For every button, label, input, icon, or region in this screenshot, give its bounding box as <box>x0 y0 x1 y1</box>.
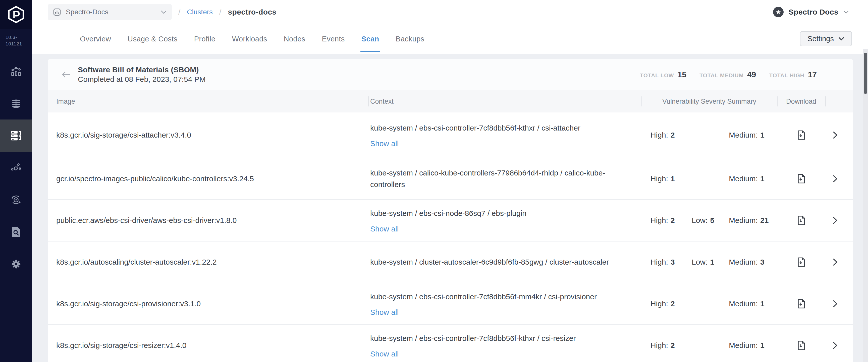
tab-workloads[interactable]: Workloads <box>232 24 267 54</box>
column-header-severity: Vulnerability Severity Summary <box>642 90 777 112</box>
severity-high-label: High: <box>651 341 668 350</box>
expand-row-button[interactable] <box>833 342 837 349</box>
download-button[interactable] <box>797 299 805 309</box>
severity-cell: High:3Low:1Medium:3 <box>642 241 777 283</box>
scrollbar-track[interactable] <box>863 49 868 362</box>
profiles-layers-icon <box>10 97 22 109</box>
workspaces-network-icon <box>10 162 22 173</box>
project-chart-icon <box>53 8 61 16</box>
palette-logo[interactable] <box>0 0 32 29</box>
sbom-title: Software Bill of Materials (SBOM) <box>78 66 206 74</box>
sidebar-nav <box>0 55 32 280</box>
show-all-link[interactable]: Show all <box>370 350 399 358</box>
severity-total-label: TOTAL MEDIUM <box>700 72 744 79</box>
sidebar-item-workspaces[interactable] <box>0 152 32 184</box>
sidebar-item-profiles[interactable] <box>0 87 32 120</box>
download-cell <box>777 158 825 199</box>
sidebar: 10.3-101121 <box>0 0 32 362</box>
show-all-link[interactable]: Show all <box>370 308 399 317</box>
severity-total-label: TOTAL HIGH <box>769 72 804 79</box>
severity-totals: TOTAL LOW15TOTAL MEDIUM49TOTAL HIGH17 <box>640 70 817 79</box>
download-button[interactable] <box>797 257 805 267</box>
settings-button[interactable]: Settings <box>800 31 852 46</box>
severity-medium-value: 1 <box>760 341 765 350</box>
severity-high-label: High: <box>651 258 668 266</box>
severity-high-value: 3 <box>671 258 675 266</box>
context-text: kube-system / calico-kube-controllers-77… <box>370 167 611 190</box>
severity-high: High:2 <box>651 299 692 308</box>
scrollbar-thumb[interactable] <box>864 53 867 94</box>
project-selector[interactable]: Spectro-Docs <box>48 4 172 20</box>
tab-profile[interactable]: Profile <box>194 24 216 54</box>
context-text: kube-system / ebs-csi-node-86sq7 / ebs-p… <box>370 208 526 219</box>
image-cell: k8s.gcr.io/autoscaling/cluster-autoscale… <box>48 241 368 283</box>
palette-logo-icon <box>7 5 25 24</box>
sidebar-item-monitoring[interactable] <box>0 55 32 87</box>
download-button[interactable] <box>797 216 805 225</box>
download-cell <box>777 112 825 158</box>
severity-medium-value: 3 <box>760 258 765 266</box>
content-area: Software Bill of Materials (SBOM) Comple… <box>32 54 868 362</box>
user-menu[interactable]: Spectro Docs <box>773 7 849 17</box>
download-file-icon <box>797 340 805 351</box>
severity-medium-label: Medium: <box>729 258 758 266</box>
context-cell: kube-system / calico-kube-controllers-77… <box>368 158 642 199</box>
app-screen: 10.3-101121 <box>0 0 868 362</box>
sidebar-item-settings[interactable] <box>0 248 32 280</box>
table-row[interactable]: k8s.gcr.io/autoscaling/cluster-autoscale… <box>48 241 853 283</box>
user-menu-label: Spectro Docs <box>788 8 838 16</box>
context-text: kube-system / cluster-autoscaler-6c9d9bf… <box>370 256 609 268</box>
version-label: 10.3-101121 <box>0 29 32 47</box>
severity-cell: High:2Medium:1 <box>642 283 777 324</box>
table-row[interactable]: gcr.io/spectro-images-public/calico/kube… <box>48 158 853 200</box>
chevron-right-icon <box>833 342 837 349</box>
column-header-actions <box>825 90 853 112</box>
clusters-servers-icon <box>10 130 22 141</box>
tab-backups[interactable]: Backups <box>396 24 425 54</box>
severity-low-value: 1 <box>710 258 714 266</box>
tab-usage-costs[interactable]: Usage & Costs <box>128 24 178 54</box>
image-cell: gcr.io/spectro-images-public/calico/kube… <box>48 158 368 199</box>
tab-events[interactable]: Events <box>322 24 345 54</box>
download-button[interactable] <box>797 174 805 184</box>
severity-medium: Medium:3 <box>729 258 765 266</box>
severity-medium-label: Medium: <box>729 216 758 225</box>
tab-nodes[interactable]: Nodes <box>284 24 305 54</box>
severity-high-value: 1 <box>671 174 675 183</box>
chevron-right-icon <box>833 300 837 307</box>
expand-row-button[interactable] <box>833 300 837 307</box>
sidebar-item-audit-logs[interactable] <box>0 216 32 248</box>
tab-scan[interactable]: Scan <box>362 24 379 54</box>
severity-low: Low:5 <box>692 216 729 225</box>
severity-total: TOTAL HIGH17 <box>769 70 817 79</box>
expand-row-button[interactable] <box>833 131 837 139</box>
severity-cell: High:1Medium:1 <box>642 158 777 199</box>
download-file-icon <box>797 299 805 309</box>
tab-overview[interactable]: Overview <box>80 24 111 54</box>
sidebar-item-clusters[interactable] <box>0 120 32 152</box>
expand-cell <box>825 283 853 324</box>
severity-total: TOTAL LOW15 <box>640 70 686 79</box>
table-row[interactable]: k8s.gcr.io/sig-storage/csi-resizer:v1.4.… <box>48 325 853 362</box>
breadcrumb-clusters-link[interactable]: Clusters <box>187 8 213 16</box>
table-row[interactable]: k8s.gcr.io/sig-storage/csi-provisioner:v… <box>48 283 853 325</box>
severity-total-value: 49 <box>747 70 756 79</box>
sidebar-item-cluster-groups[interactable] <box>0 184 32 216</box>
severity-high: High:3 <box>651 258 692 266</box>
download-button[interactable] <box>797 130 805 140</box>
back-button[interactable] <box>60 71 73 78</box>
show-all-link[interactable]: Show all <box>370 139 399 148</box>
image-cell: k8s.gcr.io/sig-storage/csi-resizer:v1.4.… <box>48 325 368 362</box>
show-all-link[interactable]: Show all <box>370 225 399 233</box>
table-row[interactable]: public.ecr.aws/ebs-csi-driver/aws-ebs-cs… <box>48 200 853 241</box>
expand-cell <box>825 158 853 199</box>
download-button[interactable] <box>797 340 805 351</box>
expand-row-button[interactable] <box>833 217 837 224</box>
column-header-download: Download <box>777 90 825 112</box>
chevron-right-icon <box>833 175 837 183</box>
tabs: OverviewUsage & CostsProfileWorkloadsNod… <box>80 24 425 54</box>
expand-row-button[interactable] <box>833 258 837 266</box>
chevron-down-icon <box>838 37 844 41</box>
expand-row-button[interactable] <box>833 175 837 183</box>
table-row[interactable]: k8s.gcr.io/sig-storage/csi-attacher:v3.4… <box>48 112 853 158</box>
